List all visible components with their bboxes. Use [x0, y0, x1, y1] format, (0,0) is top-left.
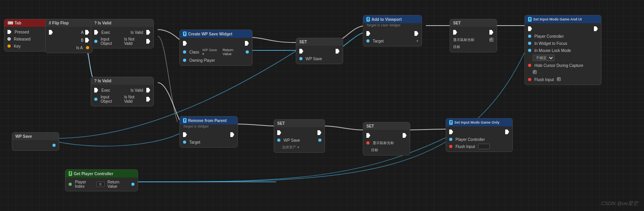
node-add-to-viewport: f Add to Viewport Target is User Widget …	[363, 15, 422, 46]
node-row: WP Save	[274, 137, 325, 144]
function-icon: f	[69, 171, 72, 176]
node-row	[363, 131, 410, 139]
pin-not-valid-out	[146, 97, 150, 102]
node-set-1-header: SET	[296, 38, 343, 46]
pin-exec-out	[414, 31, 418, 36]
pin-exec-in	[94, 88, 98, 93]
node-row: Input Object Is Not Valid	[91, 94, 153, 104]
node-set-3-header: SET	[363, 122, 410, 130]
pin-flush-input	[449, 145, 452, 148]
pin-exec-in	[528, 26, 532, 31]
node-remove-header: f Remove from Parent	[180, 117, 237, 124]
node-row: Target ▾	[363, 37, 422, 44]
node-add-to-viewport-header: f Add to Viewport	[363, 15, 422, 23]
checkbox-show-cursor[interactable]	[489, 38, 493, 42]
node-get-player-controller: f Get Player Controller Player Index Ret…	[65, 169, 138, 191]
node-row: Pressed	[4, 28, 51, 35]
pin-exec-in	[366, 31, 370, 36]
node-set-input-game-only: f Set Input Mode Game Only Player Contro…	[446, 118, 513, 152]
node-is-valid-1: ? Is Valid Exec Is Valid Input Object Is…	[91, 19, 154, 48]
lock-mode-select[interactable]: 不锁定	[533, 55, 554, 61]
node-row: Flush Input	[446, 143, 512, 150]
node-set-2: SET WP Save 选择资产 ▾	[274, 119, 325, 153]
checkbox-flush-input[interactable]	[557, 77, 561, 81]
node-row: In Mouse Lock Mode	[525, 47, 601, 54]
pin-target	[366, 39, 370, 43]
pin-flush-input	[528, 78, 531, 81]
pin-not-valid-out	[146, 39, 150, 44]
node-is-valid-2: ? Is Valid Exec Is Valid Input Object Is…	[91, 77, 154, 106]
node-row: Exec Is Valid	[91, 86, 153, 94]
node-create-wp-save: f Create WP Save Widget Class WP Save ▾ …	[179, 30, 252, 66]
player-index-input[interactable]	[97, 181, 105, 187]
checkbox-hide-cursor[interactable]	[533, 70, 537, 74]
node-subtitle: Target is Widget	[180, 124, 237, 129]
node-remove-from-parent: f Remove from Parent Target is Widget Ta…	[179, 116, 238, 148]
node-row	[180, 39, 252, 47]
pin-player-controller	[528, 35, 531, 38]
pin-is-valid-out	[146, 88, 150, 93]
pin-return	[131, 183, 134, 186]
node-set-2-header: SET	[274, 120, 325, 127]
node-row	[525, 69, 601, 76]
node-row	[180, 131, 237, 139]
node-set-header: SET	[450, 19, 497, 27]
node-tab: ⌨ Tab Pressed Released Key	[4, 19, 51, 52]
node-get-player-ctrl-header: f Get Player Controller	[65, 170, 138, 178]
pin-key	[7, 44, 11, 48]
watermark: CSDN @ue星空	[601, 200, 638, 207]
node-wp-save-var: WP Save	[12, 132, 59, 151]
node-row: Key	[4, 43, 51, 50]
pin-exec-out	[317, 130, 321, 135]
node-set-3: SET 显示鼠标光标 目标	[363, 122, 410, 155]
pin-cursor	[366, 141, 370, 144]
pin-exec-out	[594, 26, 598, 31]
node-row: Released	[4, 35, 51, 43]
pin-exec-in	[449, 130, 453, 134]
node-row	[12, 142, 59, 149]
pin-exec-in	[94, 30, 98, 35]
pin-is-a	[86, 46, 89, 49]
pin-exec-in	[366, 133, 370, 138]
node-subtitle: Target is User Widget	[363, 23, 422, 28]
function-icon: f	[366, 17, 370, 22]
pin-exec-in	[49, 30, 53, 35]
function-icon: f	[449, 120, 453, 125]
node-row: 不锁定	[525, 54, 601, 62]
node-row: 显示鼠标光标	[450, 36, 497, 43]
pin-mouse-lock	[528, 49, 531, 52]
pin-exec-in	[453, 30, 457, 35]
pin-player-controller	[449, 138, 452, 141]
node-row: 显示鼠标光标	[363, 139, 410, 146]
node-row: Player Controller	[525, 33, 601, 40]
node-row	[296, 47, 343, 55]
keyboard-icon: ⌨	[7, 21, 13, 25]
node-row	[450, 28, 497, 36]
node-row: 选择资产 ▾	[274, 144, 325, 151]
pin-released	[7, 37, 11, 41]
node-flip-flop-header: // Flip Flop	[46, 19, 92, 27]
node-row: In Widget to Focus	[525, 40, 601, 47]
node-set-1: SET WP Save	[296, 38, 343, 64]
pin-target	[183, 141, 186, 144]
pin-exec-out	[336, 49, 340, 54]
node-row: Exec Is Valid	[91, 28, 153, 36]
pin-input-obj	[94, 40, 97, 43]
node-row: Input Object Is Not Valid	[91, 36, 153, 46]
node-set-input-game-ui: f Set Input Mode Game And UI Player Cont…	[525, 15, 601, 85]
node-row: WP Save	[296, 55, 343, 62]
node-row: 目标	[363, 146, 410, 154]
node-wp-save-header: WP Save	[12, 133, 59, 140]
pin-exec-in	[277, 130, 281, 135]
pin-wp-save	[277, 139, 280, 142]
pin-out	[52, 144, 56, 147]
flush-input-field[interactable]	[478, 144, 490, 149]
pin-exec-out	[403, 133, 407, 138]
node-row: 目标	[450, 43, 497, 50]
node-row: A	[46, 28, 92, 36]
node-row: Player Controller	[446, 136, 512, 143]
pin-exec-out	[505, 130, 509, 134]
node-set-input-game-only-header: f Set Input Mode Game Only	[446, 118, 512, 126]
function-icon: f	[183, 31, 187, 36]
pin-is-valid-out	[146, 30, 150, 35]
